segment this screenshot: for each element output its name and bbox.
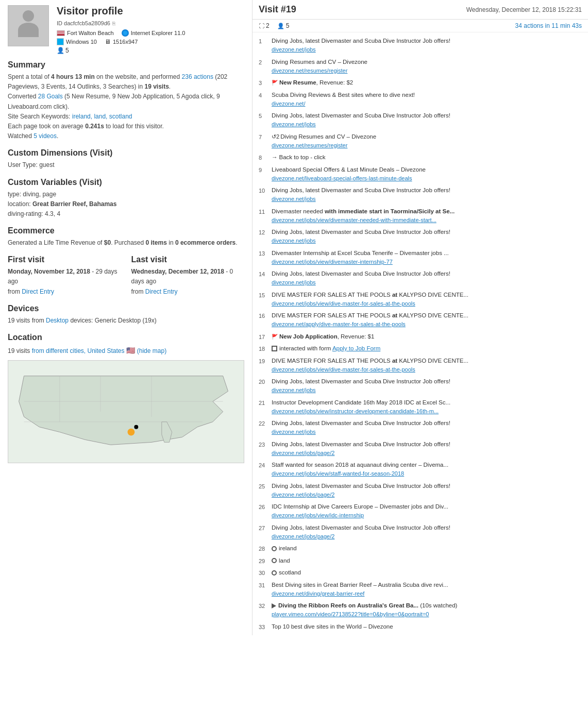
keywords-link[interactable]: ireland, land, scotland	[72, 113, 132, 120]
action-content: Diving Jobs, latest Divemaster and Scuba…	[272, 440, 582, 458]
goals-link[interactable]: 28 Goals	[38, 93, 63, 100]
action-url[interactable]: divezone.net/jobs/view/idc-internship	[272, 511, 582, 520]
action-url-link[interactable]: divezone.net/jobs/page/2	[272, 533, 334, 539]
action-form-title: interacted with form Apply to Job Form	[272, 344, 582, 353]
action-url[interactable]: divezone.net/jobs/view/divemaster-needed…	[272, 216, 582, 225]
action-url-link[interactable]: divezone.net/jobs/view/instructor-develo…	[272, 408, 439, 414]
avatar	[8, 5, 49, 46]
action-url[interactable]: divezone.net/jobs/page/2	[272, 532, 582, 541]
action-page-title: Diving Jobs, latest Divemaster and Scuba…	[272, 482, 582, 490]
action-url-link[interactable]: divezone.net/jobs/view/divemaster-intern…	[272, 259, 393, 265]
action-item: 32Diving the Ribbon Reefs on Australia's…	[253, 600, 588, 621]
usa-map-svg	[8, 361, 244, 463]
last-visit-title: Last visit	[131, 255, 245, 264]
action-url-link[interactable]: divezone.net/jobs	[272, 429, 316, 435]
action-url[interactable]: player.vimeo.com/video/27138522?title=0&…	[272, 610, 582, 619]
play-icon	[272, 603, 276, 608]
action-url-link[interactable]: divezone.net/jobs/view/divemaster-needed…	[272, 217, 436, 223]
action-url[interactable]: divezone.net/jobs	[272, 45, 582, 54]
action-url[interactable]: divezone.net/jobs/view/dive-master-for-s…	[272, 299, 582, 308]
users-count: 5	[286, 22, 290, 29]
visits-section: First visit Monday, November 12, 2018 - …	[8, 255, 244, 297]
action-url[interactable]: divezone.net/diving/great-barrier-reef	[272, 589, 582, 598]
action-page-title: DIVE MASTER FOR SALES AT THE POOLS at KA…	[272, 311, 582, 320]
action-url-link[interactable]: divezone.net/jobs	[272, 121, 316, 127]
action-url[interactable]: divezone.net/jobs/page/2	[272, 490, 582, 499]
form-link[interactable]: Apply to Job Form	[332, 345, 380, 351]
user-type-label: User Type:	[8, 161, 39, 168]
action-url-link[interactable]: player.vimeo.com/video/27138522?title=0&…	[272, 611, 429, 617]
action-url-link[interactable]: divezone.net/jobs/view/staff-wanted-for-…	[272, 470, 404, 477]
action-url[interactable]: divezone.net/resumes/register	[272, 141, 582, 150]
action-page-title: Divemaster needed with immediate start i…	[272, 207, 582, 216]
action-url-link[interactable]: divezone.net/liveaboard-special-offers-l…	[272, 175, 412, 181]
action-url[interactable]: divezone.net/jobs/view/dive-master-for-s…	[272, 365, 582, 374]
action-video-title: Diving the Ribbon Reefs on Australia's G…	[272, 601, 582, 610]
custom-variables-section: Custom Variables (Visit) type: diving, p…	[8, 178, 244, 219]
action-item: 23Diving Jobs, latest Divemaster and Scu…	[253, 438, 588, 460]
action-url[interactable]: divezone.net/apply/dive-master-for-sales…	[272, 320, 582, 329]
action-url-link[interactable]: divezone.net/apply/dive-master-for-sales…	[272, 321, 406, 327]
action-url-link[interactable]: divezone.net/	[272, 100, 305, 107]
action-number: 21	[259, 398, 272, 408]
visitor-user-count: 5	[65, 47, 69, 54]
ecommerce-content: Generated a Life Time Revenue of $0. Pur…	[8, 238, 244, 248]
video-title-text: Diving the Ribbon Reefs on Australia's G…	[278, 602, 418, 608]
copy-icon[interactable]: ⎘	[112, 21, 115, 26]
action-item: 17🚩New Job Application, Revenue: $1	[253, 331, 588, 343]
device-type-link[interactable]: Desktop	[46, 317, 69, 324]
action-url-link[interactable]: divezone.net/jobs/page/2	[272, 450, 334, 456]
actions-link[interactable]: 236 actions	[182, 73, 213, 80]
videos-link[interactable]: 5 videos	[33, 132, 57, 140]
location-label: location:	[8, 200, 32, 208]
action-content: Staff wanted for season 2018 at aquanaut…	[272, 461, 582, 479]
resolution-meta: 🖥 1516x947	[105, 38, 138, 45]
hide-map-link[interactable]: (hide map)	[137, 347, 166, 354]
action-url-link[interactable]: divezone.net/jobs/view/dive-master-for-s…	[272, 366, 415, 373]
action-url[interactable]: divezone.net/jobs/view/instructor-develo…	[272, 407, 582, 416]
action-url[interactable]: divezone.net/jobs	[272, 120, 582, 129]
action-number: 2	[259, 58, 272, 67]
action-url[interactable]: divezone.net/jobs	[272, 386, 582, 395]
windows-icon	[57, 38, 64, 45]
action-item: 7↺2Diving Resumes and CV – Divezonedivez…	[253, 131, 588, 152]
action-url-link[interactable]: divezone.net/resumes/register	[272, 142, 347, 148]
action-url-link[interactable]: divezone.net/jobs/page/2	[272, 492, 334, 498]
action-url-link[interactable]: divezone.net/diving/great-barrier-reef	[272, 590, 364, 597]
action-url[interactable]: divezone.net/jobs	[272, 195, 582, 204]
page-title: Visitor profile	[57, 5, 185, 17]
action-url[interactable]: divezone.net/jobs	[272, 428, 582, 436]
action-url-link[interactable]: divezone.net/resumes/register	[272, 67, 347, 74]
action-number: 27	[259, 523, 272, 533]
action-url[interactable]: divezone.net/	[272, 99, 582, 108]
first-visit-title: First visit	[8, 255, 121, 264]
action-url[interactable]: divezone.net/jobs/view/divemaster-intern…	[272, 258, 582, 266]
last-visit-source[interactable]: Direct Entry	[145, 288, 178, 295]
action-page-title: Diving Jobs, latest Divemaster and Scuba…	[272, 377, 582, 386]
action-url-link[interactable]: divezone.net/jobs	[272, 279, 316, 285]
action-search-title: ireland	[272, 544, 582, 553]
action-url-link[interactable]: divezone.net/jobs/view/dive-master-for-s…	[272, 300, 415, 307]
action-content: ↺2Diving Resumes and CV – Divezonedivezo…	[272, 132, 582, 150]
action-url[interactable]: divezone.net/jobs	[272, 278, 582, 287]
action-url-link[interactable]: divezone.net/jobs	[272, 238, 316, 244]
action-page-title: Top 10 best dive sites in the World – Di…	[272, 622, 582, 631]
first-visit-source[interactable]: Direct Entry	[22, 288, 54, 295]
action-content: Divemaster Internship at Excel Scuba Ten…	[272, 249, 582, 267]
action-url-link[interactable]: divezone.net/jobs	[272, 387, 316, 393]
action-item: 18interacted with form Apply to Job Form	[253, 343, 588, 355]
location-link[interactable]: from different cities, United States	[32, 347, 125, 354]
action-url-link[interactable]: divezone.net/jobs	[272, 196, 316, 202]
monitor-icon: 🖥	[105, 38, 111, 45]
action-url[interactable]: divezone.net/liveaboard-special-offers-l…	[272, 174, 582, 183]
action-url[interactable]: divezone.net/jobs	[272, 236, 582, 245]
action-url[interactable]: divezone.net/jobs/page/2	[272, 449, 582, 458]
action-item: 27Diving Jobs, latest Divemaster and Scu…	[253, 522, 588, 543]
action-url-link[interactable]: divezone.net/jobs	[272, 46, 316, 53]
action-url[interactable]: divezone.net/jobs/view/staff-wanted-for-…	[272, 469, 582, 478]
action-url-link[interactable]: divezone.net/jobs/view/idc-internship	[272, 512, 364, 518]
rating-label: diving-rating:	[8, 210, 45, 217]
action-url[interactable]: divezone.net/resumes/register	[272, 66, 582, 75]
goal-flag-icon: 🚩	[272, 80, 278, 86]
action-item: 10Diving Jobs, latest Divemaster and Scu…	[253, 184, 588, 206]
